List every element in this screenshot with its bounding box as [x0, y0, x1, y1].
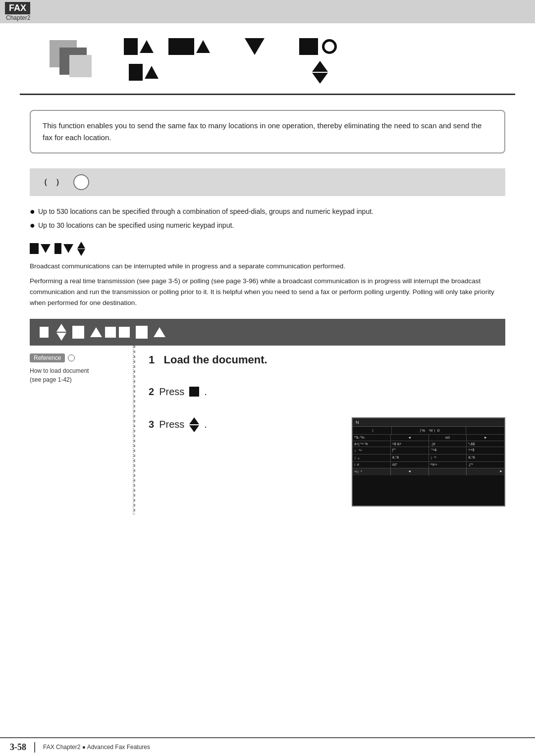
screen-cell-6a: /₋# [353, 462, 391, 468]
header-chapter-label: Chapter2 [6, 14, 30, 21]
bullet-dot-1: ● [30, 206, 35, 217]
icon-arrow-up2 [196, 40, 210, 53]
icon-arrow-up1 [140, 40, 154, 53]
screen-cell-2a: *'$₊'%₎ [353, 435, 391, 441]
bullet-text-1: Up to 530 locations can be specified thr… [38, 206, 374, 218]
step-1-label: 1 Load the document. [149, 353, 505, 366]
bullet-item-2: ● Up to 30 locations can be specified us… [30, 220, 505, 232]
title-icons-row1 [124, 38, 485, 55]
sh-arr-down [77, 249, 85, 256]
icon-group-av [312, 61, 328, 84]
icon-circle-o [322, 39, 337, 54]
icon-arr-up-av [312, 61, 328, 72]
screen-row-2: *'$₊'%₎ ◄ oct ► [353, 435, 504, 441]
sh-icon-block2 [54, 243, 61, 254]
step-h-arrow-up [90, 327, 102, 337]
body-para-2: Performing a real time transmission (see… [30, 276, 505, 309]
screen-row-6: /₋# #0" *%'+ -|"* [353, 462, 504, 468]
sub-heading-icons [30, 242, 85, 256]
step-h-arrow-up2 [154, 327, 165, 337]
screen-cell-1a: （ [353, 427, 392, 434]
icon-rect-wide [168, 38, 194, 55]
icon-group-wh [168, 38, 210, 55]
step-2-press-label: Press [159, 386, 184, 398]
sub-heading [30, 242, 505, 256]
icon-block1 [124, 38, 138, 55]
screen-cell-4d: ++$ [467, 447, 504, 454]
bullet-list: ● Up to 530 locations can be specified t… [30, 206, 505, 232]
step-3-suffix: . [204, 419, 207, 430]
step-h-arr-up [56, 324, 66, 332]
steps-container: Reference How to load document (see page… [30, 346, 505, 514]
sh-icon-arrow-down [41, 244, 51, 253]
screen-cell-3a: &+| *+ % [353, 441, 391, 447]
sh-icon-updown [77, 242, 85, 256]
icon-group-ha2 [129, 64, 159, 81]
footer: 3-58 FAX Chapter2 ● Advanced Fax Feature… [0, 737, 535, 756]
step-header [30, 319, 505, 346]
icon-block2 [129, 64, 143, 81]
screen-cell-4b: |*" [391, 447, 429, 454]
bullet-item-1: ● Up to 530 locations can be specified t… [30, 206, 505, 218]
header: FAX Chapter2 [0, 0, 535, 23]
gray-section-parens: （ ） [40, 177, 63, 188]
screen-row-1: （ （% %'）0 [353, 427, 504, 435]
step-1-number: 1 [149, 353, 155, 366]
step-3-container: 3 Press . [149, 417, 505, 506]
step-h-updown [56, 324, 66, 341]
gray-section: （ ） [30, 168, 505, 196]
footer-text: FAX Chapter2 ● Advanced Fax Features [43, 744, 150, 751]
gray-section-circle [73, 174, 89, 190]
screen-cell-3d: *,&$ [467, 441, 504, 447]
screen-cell-6b: #0" [391, 462, 429, 468]
step-1-text: Load the document. [164, 353, 268, 366]
screen-cell-5d: &,"& [467, 454, 504, 461]
screen-header: N [353, 418, 504, 427]
screen-cell-5c: ）"* [429, 454, 467, 461]
reference-circle [68, 354, 75, 361]
dotted-border [134, 346, 135, 514]
step-3-arr-up [189, 417, 199, 424]
screen-display: N （ （% %'）0 *'$₊'%₎ ◄ [352, 417, 505, 506]
screen-footer: +!）* ◄ ► [353, 468, 504, 475]
step-2-icon [189, 387, 199, 397]
screen-footer-left: +!）* [353, 468, 391, 475]
screen-cell-2c: oct [429, 435, 467, 441]
step-3: 3 Press . [149, 417, 207, 432]
title-icons-row2 [129, 61, 485, 84]
step-1: 1 Load the document. [149, 346, 505, 366]
icon-group-ha [124, 38, 154, 55]
header-fax-label: FAX [5, 2, 30, 14]
screen-cell-4a: ） *+ [353, 447, 391, 454]
screen-cell-6c: *%'+ [429, 462, 467, 468]
reference-badge: Reference [30, 353, 65, 362]
page: FAX Chapter2 [0, 0, 535, 756]
reference-row: Reference [30, 353, 125, 362]
step-2: 2 Press . [149, 386, 505, 398]
info-box: This function enables you to send the sa… [30, 110, 505, 153]
bullet-text-2: Up to 30 locations can be specified usin… [38, 220, 234, 232]
screen-cell-6d: -|"* [467, 462, 504, 468]
screen-footer-mid: ◄ [391, 468, 429, 475]
body-para-1: Broadcast communications can be interrup… [30, 261, 505, 272]
screen-cell-5a: ）₁₎ [353, 454, 391, 461]
step-h-block [72, 326, 84, 339]
screen-row-3: &+| *+ % +$ &+ ·,)# *,&$ [353, 441, 504, 447]
step-h-block2 [105, 327, 116, 338]
step-2-row: 2 Press . [149, 386, 505, 398]
step-header-icon-block [40, 327, 49, 338]
icon-arrow-down1 [245, 38, 265, 55]
sh-arr-up [77, 242, 85, 249]
screen-cell-2b: ◄ [391, 435, 429, 441]
screen-cell-1b: （% %'）0 [392, 427, 466, 434]
icon-arr-down-av [312, 73, 328, 84]
steps-main: 1 Load the document. 2 Press . [134, 346, 505, 514]
steps-inner: 1 Load the document. 2 Press . [134, 346, 505, 506]
step-h-block3 [119, 327, 130, 338]
reference-text1: How to load document [30, 366, 125, 375]
icon-arrow-up3 [145, 66, 159, 79]
screen-cell-1c [466, 427, 505, 434]
icon-group-cwo [299, 38, 337, 55]
step-header-icons [56, 324, 165, 341]
step-2-suffix: . [204, 386, 207, 398]
